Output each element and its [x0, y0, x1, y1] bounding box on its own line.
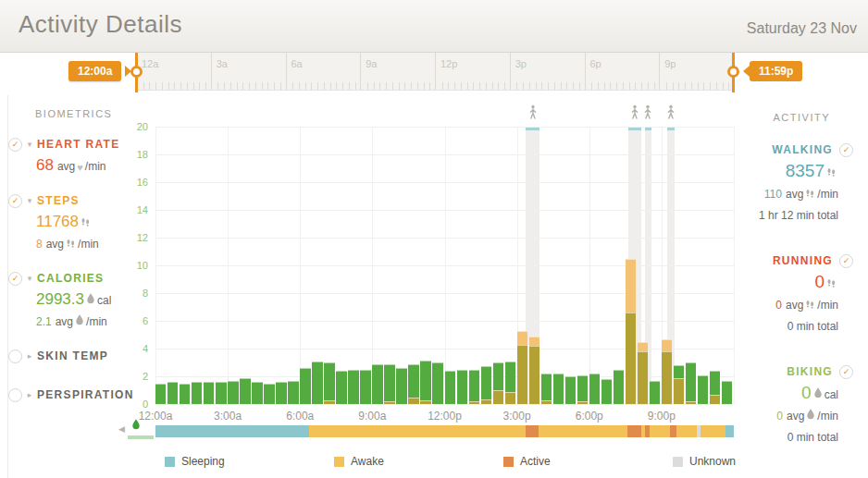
metric-label[interactable]: HEART RATE — [37, 134, 119, 154]
metric-label[interactable]: WALKING — [772, 140, 833, 160]
metric-value-row: 0 min total — [740, 316, 853, 337]
metric-label[interactable]: PERSPIRATION — [37, 385, 134, 405]
gridline-v — [445, 127, 446, 404]
metric-value: 0 — [814, 272, 825, 291]
activity-toggle-running[interactable]: RUNNING✓ — [740, 251, 853, 271]
checked-circle-icon[interactable]: ✓ — [839, 365, 853, 379]
timeline-section[interactable]: 3p — [510, 53, 585, 90]
timeline-track[interactable]: 12a3a6a9a12p3p6p9p — [136, 53, 734, 91]
timeline-section[interactable]: 9a — [360, 53, 435, 90]
steps-icon — [805, 189, 815, 199]
timeline-minor-tick — [249, 82, 250, 90]
metric-value: avg — [787, 410, 804, 423]
bar-segment-green — [288, 381, 298, 405]
timeline-start-tag[interactable]: 12:00a — [68, 61, 121, 81]
timeline-section[interactable]: 6p — [585, 53, 660, 90]
activity-toggle-biking[interactable]: BIKING✓ — [740, 362, 853, 382]
metric-value: /min — [86, 315, 107, 328]
chart-bar — [529, 337, 539, 405]
bar-segment-green — [180, 384, 190, 405]
checked-circle-icon[interactable]: ✓ — [8, 194, 22, 208]
caret-icon[interactable]: ▸ — [25, 385, 34, 405]
burn-icon — [806, 409, 815, 421]
timeline-minor-tick — [716, 82, 717, 90]
metric-value: avg — [46, 238, 64, 251]
metric-label[interactable]: SKIN TEMP — [37, 346, 108, 366]
caret-icon[interactable]: ▸ — [25, 346, 34, 366]
timeline-section[interactable]: 3a — [211, 53, 286, 90]
timeline-start-handle[interactable] — [130, 66, 143, 78]
unchecked-circle-icon[interactable] — [8, 388, 22, 402]
timeline-end-handle[interactable] — [727, 66, 739, 78]
timeline-section[interactable]: 6a — [286, 53, 361, 90]
bar-segment-green — [674, 365, 684, 378]
steps-icon — [66, 239, 76, 249]
activity-toggle-walking[interactable]: WALKING✓ — [740, 140, 853, 160]
legend-label: Active — [520, 455, 551, 468]
y-axis-tick-label: 16 — [126, 177, 148, 188]
gridline-v — [155, 127, 156, 404]
burn-icon[interactable] — [131, 419, 141, 431]
dayband-segment-awake — [676, 425, 698, 437]
metric-value: 0 min total — [787, 320, 838, 333]
bar-segment-amber — [662, 339, 672, 352]
checked-circle-icon[interactable]: ✓ — [839, 254, 853, 268]
timeline-section[interactable]: 12a — [136, 53, 211, 90]
timeline-ruler[interactable]: 12a3a6a9a12p3p6p9p 12:00a 11:59p — [0, 53, 868, 95]
chevron-left-icon[interactable]: ◀ — [118, 424, 125, 434]
timeline-minor-tick — [566, 82, 567, 90]
metric-label[interactable]: CALORIES — [37, 268, 104, 288]
bar-segment-green — [493, 362, 503, 390]
checked-circle-icon[interactable]: ✓ — [839, 143, 853, 157]
metric-label[interactable]: BIKING — [787, 362, 833, 382]
timeline-minor-tick — [367, 82, 368, 90]
walker-icon — [527, 104, 539, 120]
metric-label[interactable]: STEPS — [37, 190, 80, 211]
bar-segment-green — [457, 370, 467, 405]
bar-segment-green — [216, 382, 226, 404]
bar-segment-green — [577, 375, 588, 402]
timeline-minor-tick — [424, 82, 425, 90]
metric-value: cal — [97, 294, 111, 307]
caret-icon[interactable]: ▾ — [25, 134, 34, 154]
unchecked-circle-icon[interactable] — [8, 349, 22, 363]
dayband-segment-awake — [650, 425, 670, 437]
legend-swatch — [334, 457, 344, 467]
bar-segment-green — [445, 371, 455, 404]
timeline-section[interactable]: 12p — [435, 53, 510, 90]
timeline-hour-label: 6a — [291, 58, 303, 69]
timeline-minor-tick — [548, 82, 549, 90]
chart-bar — [493, 362, 503, 404]
activity-sidebar: ACTIVITY WALKING✓8357110avg/min1 hr 12 m… — [740, 112, 853, 472]
caret-icon[interactable]: ▾ — [25, 268, 34, 288]
metric-label[interactable]: RUNNING — [773, 251, 833, 271]
y-axis-tick-label: 14 — [126, 204, 148, 215]
chart-bar — [686, 362, 696, 404]
bar-segment-green — [565, 376, 576, 404]
biometric-item-steps: ✓▾STEPS117688avg/min — [8, 190, 149, 255]
timeline-minor-tick — [168, 82, 169, 90]
timeline-minor-tick — [230, 82, 231, 90]
bar-segment-olive — [408, 398, 418, 405]
y-axis-tick-label: 10 — [126, 260, 148, 271]
biometrics-chart — [155, 127, 734, 404]
chart-bar — [228, 381, 238, 405]
bar-segment-green — [469, 370, 479, 402]
checked-circle-icon[interactable]: ✓ — [8, 138, 22, 152]
timeline-section[interactable]: 9p — [659, 53, 734, 90]
chart-bar — [457, 370, 467, 405]
chart-bar — [324, 362, 334, 404]
biometric-toggle-calories[interactable]: ✓▾CALORIES — [8, 268, 149, 288]
timeline-minor-tick — [305, 82, 306, 90]
caret-icon[interactable]: ▾ — [25, 190, 34, 211]
bar-segment-green — [505, 362, 515, 392]
timeline-minor-tick — [541, 82, 542, 90]
x-axis-tick-label: 6:00a — [272, 410, 328, 423]
chart-bar — [192, 382, 202, 404]
metric-value-row: 0 min total — [740, 427, 853, 448]
dayband-metric-selector[interactable]: ◀ — [118, 418, 155, 442]
checked-circle-icon[interactable]: ✓ — [8, 272, 22, 286]
timeline-end-tag[interactable]: 11:59p — [750, 61, 802, 81]
bar-segment-amber — [638, 342, 648, 352]
metric-value: 0 — [775, 299, 782, 312]
